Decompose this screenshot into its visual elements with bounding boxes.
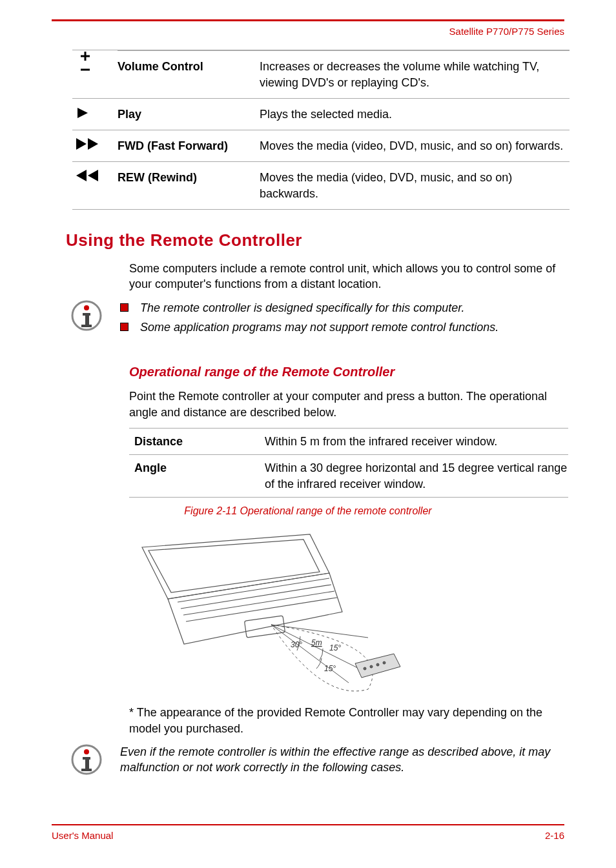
footer-left: User's Manual xyxy=(52,829,113,842)
svg-rect-29 xyxy=(81,769,92,771)
controls-table: Volume Control Increases or decreases th… xyxy=(72,50,570,210)
section-intro: Some computers include a remote control … xyxy=(129,261,564,292)
figure-caption: Figure 2-11 Operational range of the rem… xyxy=(52,504,564,518)
svg-marker-7 xyxy=(88,170,98,181)
spec-label: Angle xyxy=(129,460,265,492)
table-row: Angle Within a 30 degree horizontal and … xyxy=(129,454,568,498)
table-row: Play Plays the selected media. xyxy=(72,99,570,130)
rewind-icon xyxy=(72,170,118,181)
list-item: The remote controller is designed specif… xyxy=(120,300,564,316)
svg-marker-3 xyxy=(77,108,88,118)
fast-forward-icon xyxy=(72,138,118,150)
figure-label-5m: 5m xyxy=(311,638,322,647)
figure-illustration: 30° 5m 15° 15° xyxy=(129,521,413,702)
control-label: FWD (Fast Forward) xyxy=(118,138,260,154)
table-row: REW (Rewind) Moves the media (video, DVD… xyxy=(72,162,570,210)
list-item: Some application programs may not suppor… xyxy=(120,319,564,335)
svg-line-16 xyxy=(186,598,337,621)
volume-icon xyxy=(72,50,118,76)
table-row: FWD (Fast Forward) Moves the media (vide… xyxy=(72,130,570,162)
svg-point-23 xyxy=(376,663,379,666)
header-model: Satellite P770/P775 Series xyxy=(52,25,564,38)
spec-value: Within a 30 degree horizontal and 15 deg… xyxy=(265,460,568,492)
control-desc: Plays the selected media. xyxy=(260,106,570,122)
control-desc: Moves the media (video, DVD, music, and … xyxy=(260,138,570,154)
note-block: Even if the remote controller is within … xyxy=(71,744,564,776)
table-row: Volume Control Increases or decreases th… xyxy=(72,50,570,99)
note-text: The remote controller is designed specif… xyxy=(140,300,465,316)
svg-marker-5 xyxy=(88,138,98,150)
svg-rect-11 xyxy=(85,313,89,325)
note-list: The remote controller is designed specif… xyxy=(120,300,564,339)
svg-rect-28 xyxy=(85,757,89,769)
figure-label-30: 30° xyxy=(291,640,302,649)
svg-rect-12 xyxy=(81,325,92,327)
figure-label-15b: 15° xyxy=(324,664,336,673)
figure-footnote: * The appearance of the provided Remote … xyxy=(129,705,564,736)
svg-line-15 xyxy=(183,591,334,615)
svg-rect-17 xyxy=(244,616,285,638)
svg-point-24 xyxy=(383,661,385,664)
svg-point-26 xyxy=(84,749,89,754)
control-label: REW (Rewind) xyxy=(118,170,260,185)
figure-label-15a: 15° xyxy=(329,643,341,652)
subsection-heading: Operational range of the Remote Controll… xyxy=(129,363,564,381)
play-icon xyxy=(72,106,118,119)
svg-line-13 xyxy=(178,578,329,602)
info-icon xyxy=(71,300,102,331)
svg-point-21 xyxy=(364,667,366,670)
spec-table: Distance Within 5 m from the infrared re… xyxy=(129,428,568,498)
svg-line-18 xyxy=(271,625,362,670)
spec-value: Within 5 m from the infrared receiver wi… xyxy=(265,434,568,449)
control-label: Play xyxy=(118,106,260,122)
svg-point-9 xyxy=(84,305,89,310)
footer-rule xyxy=(52,824,564,825)
section-heading: Using the Remote Controller xyxy=(66,229,564,252)
table-row: Distance Within 5 m from the infrared re… xyxy=(129,428,568,454)
svg-marker-4 xyxy=(76,138,87,150)
page-footer: User's Manual 2-16 xyxy=(52,824,564,842)
subsection-intro: Point the Remote controller at your comp… xyxy=(129,389,564,420)
note-text: Some application programs may not suppor… xyxy=(140,319,498,335)
control-label: Volume Control xyxy=(118,59,260,90)
footer-right: 2-16 xyxy=(545,829,564,842)
note-block: The remote controller is designed specif… xyxy=(71,300,564,339)
info-icon xyxy=(71,744,102,775)
header-rule xyxy=(52,19,564,21)
bullet-icon xyxy=(120,323,128,331)
control-desc: Increases or decreases the volume while … xyxy=(260,59,570,90)
note-text: Even if the remote controller is within … xyxy=(120,744,564,776)
svg-marker-6 xyxy=(76,170,87,181)
control-desc: Moves the media (video, DVD, music, and … xyxy=(260,170,570,201)
bullet-icon xyxy=(120,303,128,312)
spec-label: Distance xyxy=(129,434,265,449)
svg-point-22 xyxy=(370,665,373,668)
